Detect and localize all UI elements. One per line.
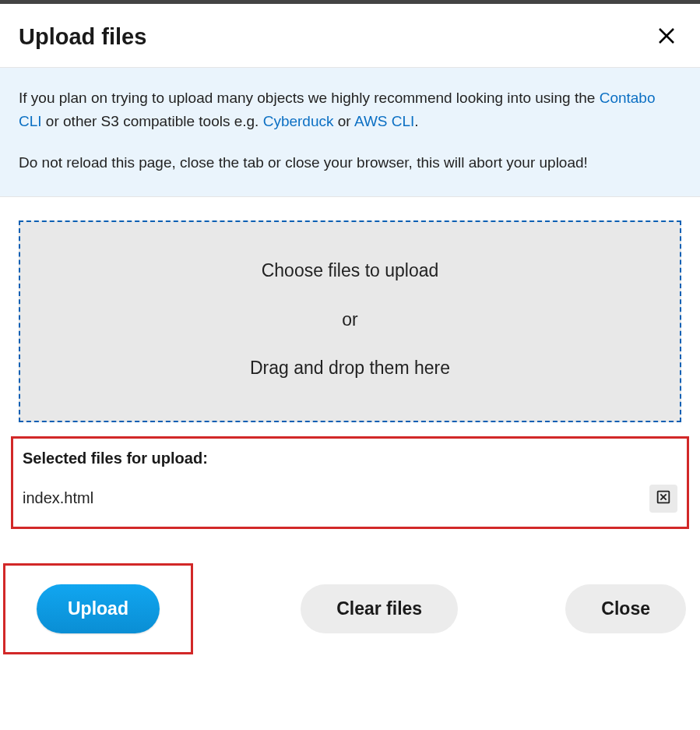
- delete-icon: [655, 488, 672, 509]
- close-button[interactable]: Close: [565, 584, 686, 633]
- info-text-part: If you plan on trying to upload many obj…: [19, 90, 600, 106]
- file-dropzone[interactable]: Choose files to upload or Drag and drop …: [19, 220, 681, 422]
- modal-header: Upload files: [0, 4, 700, 68]
- info-banner: If you plan on trying to upload many obj…: [0, 68, 700, 197]
- upload-button[interactable]: Upload: [37, 584, 160, 633]
- info-text-part: .: [414, 113, 418, 129]
- cyberduck-link[interactable]: Cyberduck: [263, 113, 334, 129]
- close-icon[interactable]: [655, 23, 678, 50]
- modal-title: Upload files: [19, 24, 146, 50]
- info-warning: Do not reload this page, close the tab o…: [19, 151, 681, 175]
- delete-file-button[interactable]: [649, 485, 677, 513]
- selected-files-panel: Selected files for upload: index.html: [11, 436, 689, 529]
- content-area: Choose files to upload or Drag and drop …: [0, 197, 700, 436]
- dropzone-choose-text: Choose files to upload: [36, 257, 664, 284]
- file-row: index.html: [23, 485, 677, 513]
- selected-files-title: Selected files for upload:: [23, 450, 677, 467]
- dropzone-drag-text: Drag and drop them here: [36, 354, 664, 382]
- clear-files-button[interactable]: Clear files: [301, 584, 458, 633]
- upload-highlight-box: Upload: [3, 563, 193, 654]
- info-text-part: or: [334, 113, 354, 129]
- action-button-row: Upload Clear files Close: [0, 529, 700, 654]
- info-text-part: or other S3 compatible tools e.g.: [42, 113, 263, 129]
- dropzone-or-text: or: [36, 306, 664, 333]
- info-recommendation: If you plan on trying to upload many obj…: [19, 86, 681, 134]
- aws-cli-link[interactable]: AWS CLI: [354, 113, 414, 129]
- file-name: index.html: [23, 489, 93, 507]
